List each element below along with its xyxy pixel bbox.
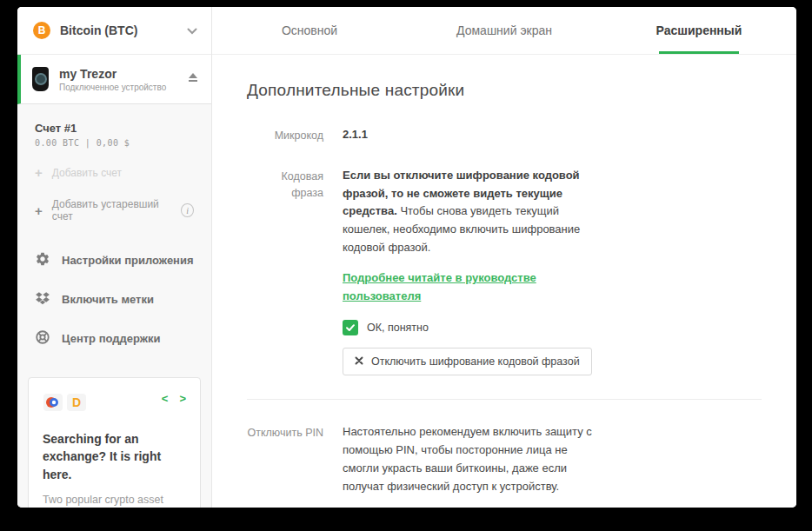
coin-selector-label: Bitcoin (BTC) <box>60 23 177 37</box>
pin-description: Настоятельно рекомендуем включить защиту… <box>343 423 603 495</box>
checkbox-label: ОК, понятно <box>367 319 429 336</box>
support-icon <box>35 329 50 348</box>
labels-icon <box>35 290 50 309</box>
checkbox-checked-icon[interactable] <box>343 320 358 335</box>
tab-homescreen[interactable]: Домашний экран <box>407 7 602 54</box>
promo-heading: Searching for an exchange? It is right h… <box>43 430 186 483</box>
sidebar-item-enable-labeling[interactable]: Включить метки <box>17 280 211 319</box>
passphrase-label: Кодовая фраза <box>247 167 323 202</box>
sidebar-body: Счет #1 0.00 BTC | 0,00 $ + Добавить сче… <box>17 104 211 508</box>
device-name: my Trezor <box>59 67 176 81</box>
account-name: Счет #1 <box>35 122 194 135</box>
exchange-logo-2: D <box>66 392 87 416</box>
pin-row: Отключить PIN Настоятельно рекомендуем в… <box>247 423 762 508</box>
sidebar: B Bitcoin (BTC) my Trezor Подключенное у… <box>17 7 212 508</box>
sidebar-item-label: Включить метки <box>62 293 154 306</box>
gear-icon <box>35 251 50 269</box>
sidebar-item-app-settings[interactable]: Настройки приложения <box>17 241 211 280</box>
settings-tabs: Основной Домашний экран Расширенный <box>212 7 796 55</box>
disable-passphrase-button-label: Отключить шифрование кодовой фразой <box>371 355 580 368</box>
promo-nav: < > <box>162 392 186 405</box>
main-area: Основной Домашний экран Расширенный Допо… <box>212 7 796 508</box>
disable-passphrase-button[interactable]: Отключить шифрование кодовой фразой <box>343 348 592 375</box>
account-balance: 0.00 BTC | 0,00 $ <box>35 138 194 148</box>
promo-card: D < > Searching for an exchange? It is r… <box>28 377 201 508</box>
pin-label: Отключить PIN <box>247 423 323 441</box>
add-legacy-account-button[interactable]: + Добавить устаревший счет i <box>17 189 211 232</box>
settings-content: Дополнительные настройки Микрокод 2.1.1 … <box>212 55 796 508</box>
chevron-down-icon[interactable] <box>187 23 197 38</box>
add-legacy-account-label: Добавить устаревший счет <box>52 198 171 222</box>
user-guide-link[interactable]: Подробнее читайте в руководстве пользова… <box>343 269 603 306</box>
coin-selector[interactable]: B Bitcoin (BTC) <box>17 7 211 55</box>
page-title: Дополнительные настройки <box>247 81 762 100</box>
svg-text:D: D <box>72 395 81 409</box>
device-info: my Trezor Подключенное устройство <box>59 67 176 92</box>
ok-checkbox-row[interactable]: ОК, понятно <box>343 319 603 336</box>
sidebar-item-support-center[interactable]: Центр поддержки <box>17 319 211 358</box>
passphrase-warning: Если вы отключите шифрование кодовой фра… <box>343 167 603 257</box>
device-row[interactable]: my Trezor Подключенное устройство <box>17 55 211 104</box>
sidebar-menu: Настройки приложения Включить метки Цент… <box>17 241 211 358</box>
info-icon[interactable]: i <box>181 203 194 217</box>
firmware-label: Микрокод <box>247 126 323 144</box>
promo-header: D < > <box>43 392 186 416</box>
eject-icon[interactable] <box>187 71 199 87</box>
promo-body: Two popular crypto asset exchanges, Chan… <box>43 492 186 508</box>
trezor-device-icon <box>32 67 49 91</box>
add-account-button[interactable]: + Добавить счет <box>17 156 211 189</box>
x-icon <box>355 355 363 368</box>
app-window: B Bitcoin (BTC) my Trezor Подключенное у… <box>17 7 796 508</box>
next-arrow[interactable]: > <box>179 392 186 405</box>
tab-advanced[interactable]: Расширенный <box>602 7 796 54</box>
firmware-version: 2.1.1 <box>343 128 368 141</box>
tab-basic[interactable]: Основной <box>212 7 407 54</box>
firmware-row: Микрокод 2.1.1 <box>247 126 762 144</box>
bitcoin-icon: B <box>33 22 50 39</box>
plus-icon: + <box>35 204 43 217</box>
promo-logos: D <box>43 392 87 416</box>
add-account-label: Добавить счет <box>52 167 122 179</box>
account-item[interactable]: Счет #1 0.00 BTC | 0,00 $ <box>17 116 211 156</box>
prev-arrow[interactable]: < <box>162 392 169 405</box>
passphrase-row: Кодовая фраза Если вы отключите шифрован… <box>247 167 762 376</box>
sidebar-item-label: Центр поддержки <box>62 332 161 345</box>
screen-background: B Bitcoin (BTC) my Trezor Подключенное у… <box>0 0 812 531</box>
plus-icon: + <box>35 166 43 179</box>
section-divider <box>247 399 762 400</box>
sidebar-item-label: Настройки приложения <box>62 254 194 267</box>
device-status: Подключенное устройство <box>59 83 176 92</box>
exchange-logo-1 <box>43 392 63 416</box>
